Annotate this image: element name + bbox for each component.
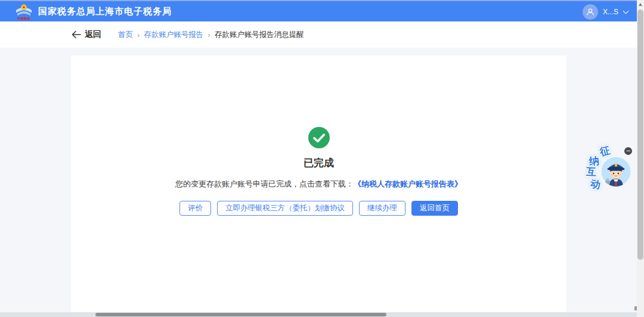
- result-message-text: 您的变更存款账户账号申请已完成，点击查看下载：: [175, 179, 354, 188]
- left-arrow-icon: [72, 30, 81, 39]
- user-menu[interactable]: X...S: [583, 1, 628, 23]
- breadcrumb-home[interactable]: 首页: [118, 30, 133, 40]
- site-title: 国家税务总局上海市电子税务局: [38, 6, 172, 17]
- back-to-home-button[interactable]: 返回首页: [411, 201, 458, 216]
- chevron-down-icon[interactable]: [623, 8, 629, 14]
- logo-text: 中国税务: [17, 17, 31, 21]
- continue-button[interactable]: 继续办理: [359, 201, 405, 216]
- result-message: 您的变更存款账户账号申请已完成，点击查看下载：《纳税人存款账户账号报告表》: [175, 179, 462, 189]
- vertical-scrollbar[interactable]: [637, 0, 644, 317]
- action-buttons: 评价 立即办理银税三方（委托）划缴协议 继续办理 返回首页: [179, 201, 458, 216]
- tax-bureau-logo-icon: 中国税务: [15, 2, 33, 21]
- breadcrumb-separator: ›: [137, 30, 140, 39]
- mascot-avatar[interactable]: [600, 156, 631, 187]
- widget-char-dong: 动: [589, 176, 602, 192]
- breadcrumb-separator: ›: [208, 30, 210, 39]
- horizontal-scrollbar[interactable]: [0, 312, 637, 317]
- breadcrumb-current-page: 存款账户账号报告消息提醒: [215, 30, 304, 40]
- back-button[interactable]: 返回: [72, 29, 101, 40]
- scroll-up-arrow-icon[interactable]: [639, 3, 642, 6]
- result-card: 已完成 您的变更存款账户账号申请已完成，点击查看下载：《纳税人存款账户账号报告表…: [71, 55, 566, 312]
- page: 中国税务 国家税务总局上海市电子税务局 X...S 返回 首页 › 存款账户账号…: [0, 0, 644, 317]
- breadcrumb-bar: 返回 首页 › 存款账户账号报告 › 存款账户账号报告消息提醒: [0, 21, 637, 48]
- person-icon: [586, 7, 595, 17]
- success-check-icon: [308, 127, 330, 148]
- header-bar: 中国税务 国家税务总局上海市电子税务局 X...S: [0, 0, 637, 21]
- download-report-link[interactable]: 《纳税人存款账户账号报告表》: [354, 179, 462, 188]
- breadcrumb: 首页 › 存款账户账号报告 › 存款账户账号报告消息提醒: [118, 30, 304, 40]
- user-avatar[interactable]: [583, 4, 598, 20]
- horizontal-scrollbar-thumb[interactable]: [95, 313, 386, 316]
- back-label: 返回: [85, 29, 101, 40]
- widget-minimize-button[interactable]: −: [624, 147, 632, 155]
- user-name[interactable]: X...S: [603, 8, 618, 16]
- evaluate-button[interactable]: 评价: [179, 201, 211, 216]
- handle-tripartite-agreement-button[interactable]: 立即办理银税三方（委托）划缴协议: [217, 201, 353, 216]
- status-title: 已完成: [304, 156, 334, 170]
- vertical-scrollbar-thumb[interactable]: [637, 10, 643, 260]
- breadcrumb-deposit-account-report[interactable]: 存款账户账号报告: [144, 30, 203, 40]
